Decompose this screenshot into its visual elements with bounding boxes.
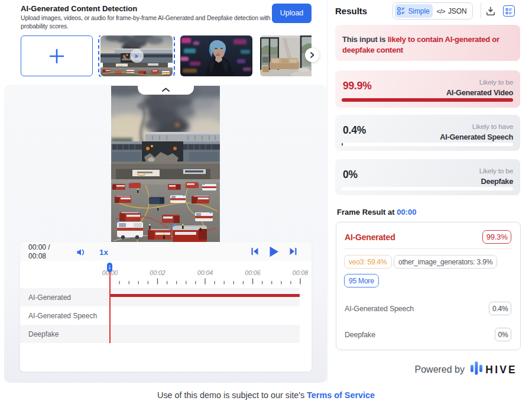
volume-icon[interactable] <box>77 249 86 256</box>
video-preview-area: 00:00 / 00:08 1x <box>4 85 327 383</box>
score-percent: 0.4% <box>343 124 366 137</box>
score-label: AI-Generated Speech <box>440 133 513 141</box>
score-progress-track <box>342 187 513 190</box>
ruler-label-2: 00:04 <box>193 269 217 276</box>
score-progress-track <box>342 98 513 102</box>
powered-by: Powered by HIVE <box>335 361 521 379</box>
score-qualifier: Likely to have <box>472 122 513 131</box>
page-title: AI-Generated Content Detection <box>21 4 137 13</box>
track-label: AI-Generated Speech <box>28 312 97 320</box>
chevron-up-icon <box>162 88 170 92</box>
score-progress-fill <box>342 143 343 146</box>
results-title: Results <box>335 6 367 16</box>
ruler-label-3: 00:06 <box>241 269 265 276</box>
frame-primary-badge: 99.3% <box>482 230 511 244</box>
plus-icon <box>48 47 66 65</box>
interior-thumb-image <box>260 35 312 76</box>
track-row-ai-generated: AI-Generated <box>20 288 300 306</box>
track-row-deepfake: Deepfake <box>20 325 300 343</box>
score-card-deepfake: 0% Likely to be Deepfake <box>335 159 520 195</box>
chevron-right-icon <box>309 52 315 58</box>
skip-back-icon[interactable] <box>251 247 259 256</box>
more-generators-button[interactable]: 95 More <box>344 274 379 287</box>
play-button-icon[interactable] <box>269 246 279 257</box>
next-thumbnails-button[interactable] <box>305 48 319 62</box>
footer-disclaimer: Use of this demo is subject to our site'… <box>0 390 532 400</box>
terms-of-service-link[interactable]: Terms of Service <box>307 390 375 400</box>
frame-deepfake-badge: 0% <box>495 328 511 341</box>
skip-forward-icon[interactable] <box>289 247 297 256</box>
page-subtitle: Upload images, videos, or audio for fram… <box>21 14 278 30</box>
frame-result-heading: Frame Result at 00:00 <box>337 208 416 217</box>
time-current: 00:00 / <box>28 243 50 252</box>
score-qualifier: Likely to be <box>479 78 513 87</box>
thumbnail-interior[interactable] <box>260 35 312 76</box>
track-label: AI-Generated <box>28 293 71 302</box>
download-icon <box>486 7 495 16</box>
generator-tag-other[interactable]: other_image_generators: 3.9% <box>394 255 497 269</box>
result-summary-alert: This input is likely to contain AI-gener… <box>335 25 520 61</box>
code-icon: </> <box>436 8 445 15</box>
simple-view-tab[interactable]: Simple <box>395 4 433 18</box>
view-mode-toggle: Simple </> JSON <box>392 2 473 20</box>
json-view-tab[interactable]: </> JSON <box>433 4 471 18</box>
score-card-ai-generated-speech: 0.4% Likely to have AI-Generated Speech <box>335 115 520 151</box>
ai-generated-segment-bar <box>110 294 300 297</box>
frame-deepfake-label: Deepfake <box>345 331 375 339</box>
add-media-tile[interactable] <box>21 35 93 76</box>
score-label: Deepfake <box>481 177 513 186</box>
playback-speed-button[interactable]: 1x <box>99 248 108 257</box>
upload-panel: AI-Generated Content Detection Upload im… <box>0 0 327 383</box>
frame-result-card: AI-Generated 99.3% veo3: 59.4% other_ima… <box>336 222 521 350</box>
powered-by-text: Powered by <box>415 364 465 375</box>
hive-logo-text: HIVE <box>485 364 517 376</box>
frame-speech-badge: 0.4% <box>489 302 511 315</box>
generator-tag-veo3[interactable]: veo3: 59.4% <box>344 255 392 269</box>
score-label: AI-Generated Video <box>446 88 513 97</box>
collapse-preview-tab[interactable] <box>138 85 194 95</box>
frame-primary-label: AI-Generated <box>345 232 395 242</box>
player-controls: 00:00 / 00:08 1x <box>20 242 312 261</box>
upload-button[interactable]: Upload <box>272 4 312 23</box>
ruler-label-1: 00:02 <box>146 269 170 276</box>
header-divider <box>481 3 481 18</box>
list-detail-icon <box>505 8 512 15</box>
playhead-line <box>109 272 111 343</box>
score-percent: 0% <box>343 169 358 181</box>
hive-logo-icon <box>471 361 482 375</box>
json-view-label: JSON <box>448 7 467 15</box>
ruler-label-4: 00:08 <box>288 269 312 276</box>
track-label: Deepfake <box>28 330 59 338</box>
score-qualifier: Likely to be <box>479 167 513 176</box>
time-total: 00:08 <box>28 252 50 261</box>
track-row-speech: AI-Generated Speech <box>20 306 300 325</box>
timeline-tracks: AI-Generated AI-Generated Speech Deepfak… <box>20 288 300 343</box>
timeline-ruler-ticks[interactable] <box>20 278 312 285</box>
play-overlay-icon <box>130 49 144 63</box>
thumbnail-cyberpunk-woman[interactable] <box>180 35 252 76</box>
frame-result-prefix: Frame Result at <box>337 208 397 217</box>
score-progress-track <box>342 143 513 146</box>
frame-card-divider <box>345 248 512 249</box>
simple-view-label: Simple <box>408 7 429 15</box>
download-results-button[interactable] <box>485 5 497 17</box>
cyberpunk-woman-thumb-image <box>180 35 252 76</box>
footer-text: Use of this demo is subject to our site'… <box>157 390 307 400</box>
thumbnail-strip <box>21 35 312 77</box>
alert-prefix: This input is <box>342 35 388 44</box>
frame-result-timestamp: 00:00 <box>397 208 416 217</box>
thumbnail-fire-video[interactable] <box>100 35 173 76</box>
score-percent: 99.9% <box>343 80 372 92</box>
timeline-scrubber-handle[interactable] <box>107 263 112 272</box>
time-display: 00:00 / 00:08 <box>28 243 50 260</box>
player-card: 00:00 / 00:08 1x <box>20 242 312 371</box>
score-card-ai-generated-video: 99.9% Likely to be AI-Generated Video <box>335 70 520 108</box>
frame-speech-label: AI-Generated Speech <box>345 305 414 313</box>
simple-view-icon <box>397 7 405 15</box>
detailed-view-button[interactable] <box>503 5 515 17</box>
